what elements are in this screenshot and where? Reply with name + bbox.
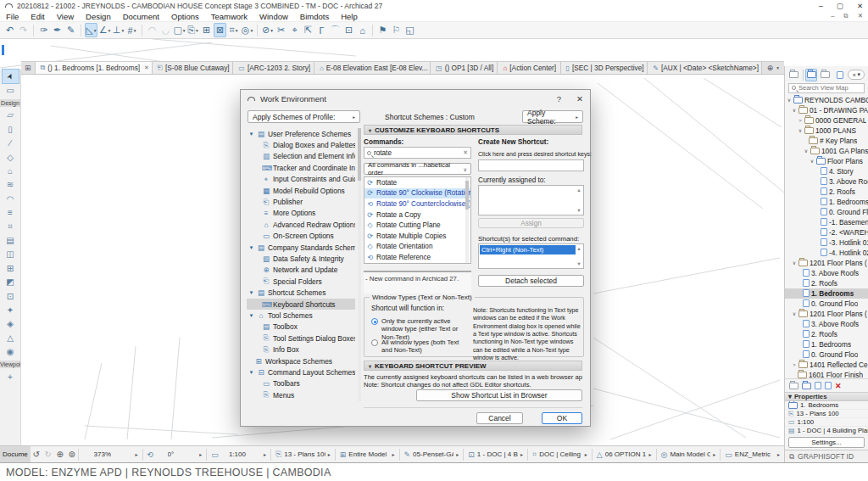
tree-item[interactable]: 1. Bedrooms: [785, 339, 868, 350]
layer-combination-combo[interactable]: ⎘13 - Plans 100▸: [270, 449, 335, 461]
home-story-icon[interactable]: ⌂: [356, 23, 369, 37]
inject-parameters-icon[interactable]: ✒: [51, 23, 64, 37]
tree-item[interactable]: 2. Roofs: [785, 278, 868, 288]
tree-item[interactable]: ⎘Tool Settings Dialog Boxes: [247, 333, 355, 344]
tree-item-selected[interactable]: 1. Bedrooms: [785, 288, 868, 299]
suspend-groups-icon[interactable]: ⎘▾: [186, 23, 199, 37]
organizer-icon[interactable]: [788, 69, 800, 81]
tree-item[interactable]: ▼▤Company Standards Schemes: [247, 242, 355, 253]
delete-icon[interactable]: ✕: [835, 382, 842, 390]
command-item[interactable]: ⟳Rotate Multiple Copies: [364, 231, 470, 242]
structure-display-combo[interactable]: ⊞Entire Model▸: [335, 449, 399, 461]
tree-item[interactable]: -3. Hotlink 01: [785, 238, 868, 248]
tab-op1-3d[interactable]: ◳() OP1 [3D / All]: [431, 62, 498, 74]
railing-tool[interactable]: ⌗: [3, 220, 19, 233]
view-settings-icon[interactable]: [825, 382, 832, 389]
gravity-icon[interactable]: ⊥▾: [112, 23, 125, 37]
scroll-up-icon[interactable]: ▲: [576, 246, 582, 251]
command-item[interactable]: ◇Rotate Orientation: [364, 242, 470, 253]
tree-item[interactable]: ∨01 - DRAWING PACKA: [785, 105, 868, 115]
tree-item[interactable]: ∨1000 PLANS: [785, 126, 868, 136]
undo-icon[interactable]: ↶: [3, 23, 16, 37]
tree-item[interactable]: 3. Above Roofs: [785, 319, 868, 329]
tree-item[interactable]: >1401 Reflected Ce: [785, 360, 868, 370]
tab-action-center[interactable]: ⌂[Action Center]: [498, 62, 560, 74]
tree-item[interactable]: -4. Hotlink 02: [785, 248, 868, 258]
fillet-icon[interactable]: ⌒: [329, 23, 342, 37]
shortcut-list[interactable]: Ctrl+Right (Non-Text) ▲ ▼: [478, 243, 584, 269]
detach-selected-button[interactable]: Detach selected: [478, 275, 584, 287]
menu-bimdots[interactable]: Bimdots: [294, 12, 335, 21]
shortcut-item-selected[interactable]: Ctrl+Right (Non-Text): [480, 245, 576, 254]
shortcut-key-input[interactable]: [478, 159, 584, 171]
tree-item[interactable]: # Key Plans: [785, 136, 868, 146]
tree-item[interactable]: ▼▤User Preference Schemes: [247, 128, 355, 139]
command-item[interactable]: ⟳Rotate: [364, 177, 470, 188]
element-snap-icon[interactable]: ▢▾: [173, 23, 186, 37]
window-tool[interactable]: ⊞: [3, 261, 19, 275]
tab-bedrooms[interactable]: ⧉() 1. Bedrooms [1. Bedrooms]✕: [36, 62, 153, 74]
slab-tool[interactable]: ◇: [3, 150, 19, 164]
tree-item[interactable]: ∨1001 GA Plans: [785, 146, 868, 156]
command-search-box[interactable]: ✕: [364, 147, 471, 159]
tree-item[interactable]: ⎘Info Box: [247, 344, 355, 355]
hotlink-filter-combo[interactable]: ◎Main Model Only▸: [656, 449, 721, 461]
tree-item[interactable]: ⌨Tracker and Coordinate Input: [247, 162, 355, 173]
tree-item[interactable]: 2. Roofs: [785, 187, 868, 197]
save-view-icon[interactable]: [815, 382, 821, 389]
tree-item[interactable]: 1. Bedrooms: [785, 197, 868, 207]
menu-file[interactable]: File: [0, 12, 25, 21]
tree-item[interactable]: ⌖Input Constraints and Guides: [247, 174, 355, 185]
ceiling-plan-combo[interactable]: ⌗DOC | Ceiling Plan▸: [527, 449, 592, 461]
command-item[interactable]: ⟲Rotate 90° Counterclockwise (R: [364, 199, 470, 210]
tree-item[interactable]: ▥Selection and Element Informatic: [247, 151, 355, 162]
menu-options[interactable]: Options: [165, 12, 205, 21]
tab-aux-sketch[interactable]: ✎[AUX | <Date> <SketchName>]: [648, 62, 762, 74]
tree-item[interactable]: -1. Basement: [785, 217, 868, 227]
column-tool[interactable]: ▯: [3, 122, 19, 136]
keyboard-shortcut-preview-header[interactable]: ▾KEYBOARD SHORTCUT PREVIEW: [364, 361, 582, 371]
tree-item[interactable]: ⎗Publisher: [247, 196, 355, 207]
command-filter-dropdown[interactable]: All commands in ...habetical order∨: [364, 163, 471, 175]
arc-guide-2-icon[interactable]: ◡: [159, 23, 172, 37]
copy-icon[interactable]: ◱: [403, 23, 416, 37]
tree-item[interactable]: ∨1201 Floor Plans (: [785, 258, 868, 268]
command-item-selected[interactable]: ⟳Rotate 90° Clockwise (Rotatior: [364, 188, 470, 199]
navigator-menu-button[interactable]: ≡▾: [848, 70, 865, 80]
scale-combo[interactable]: ▭1:100▸: [206, 449, 270, 461]
tab-sec-3d-perspective[interactable]: ▯[SEC | 3D Perspective]: [561, 62, 648, 74]
command-item[interactable]: ⟳Rotate a Copy: [364, 210, 470, 221]
tree-item-keyboard-shortcuts[interactable]: ⌨Keyboard Shortcuts: [247, 299, 355, 310]
beam-tool[interactable]: ∕: [3, 137, 19, 150]
zoom-fit-icon[interactable]: ⊜: [66, 450, 78, 459]
stretch-icon[interactable]: ⇱: [302, 23, 314, 37]
pan-tool[interactable]: +: [3, 370, 19, 383]
graphisoft-id-bar[interactable]: ⧉GRAPHISOFT ID: [785, 450, 868, 462]
split-icon[interactable]: ✂: [275, 23, 287, 37]
dialog-help-button[interactable]: ?: [557, 94, 561, 103]
tree-item[interactable]: ≡More Options: [247, 208, 355, 219]
tree-item[interactable]: ▤Toolbox: [247, 322, 355, 333]
assign-button[interactable]: Assign: [478, 218, 584, 228]
renovation-filter-icon[interactable]: ⌗▾: [227, 23, 240, 37]
tree-item[interactable]: ⊞Workspace Schemes: [247, 355, 355, 366]
tree-item[interactable]: ▼▤Shortcut Schemes: [247, 287, 355, 298]
tree-item[interactable]: 3. Above Roofs: [785, 268, 868, 278]
select-tool[interactable]: ➤: [3, 70, 19, 83]
lamp-tool[interactable]: ✦: [3, 303, 19, 316]
tree-item[interactable]: -2. <WAREHC: [785, 227, 868, 238]
scroll-down-icon[interactable]: ▼: [576, 208, 582, 213]
stair-tool[interactable]: ≡: [3, 206, 19, 220]
back-icon[interactable]: ↺: [31, 450, 42, 459]
close-button[interactable]: ✕: [857, 2, 863, 10]
guide-lines-icon[interactable]: ◺▾: [85, 23, 97, 37]
tree-item[interactable]: 2. Roofs: [785, 329, 868, 339]
tree-item[interactable]: 4. Story: [785, 166, 868, 176]
mesh-tool[interactable]: ≋: [3, 178, 19, 192]
trace-reference-icon[interactable]: ⊠: [214, 23, 226, 37]
cancel-button[interactable]: Cancel: [476, 412, 523, 424]
ok-button[interactable]: OK: [542, 412, 582, 424]
flag-outline-icon[interactable]: ⚐: [390, 23, 403, 37]
dialog-close-button[interactable]: ✕: [576, 94, 583, 103]
dialog-title-bar[interactable]: Work Environment ? ✕: [241, 90, 590, 107]
